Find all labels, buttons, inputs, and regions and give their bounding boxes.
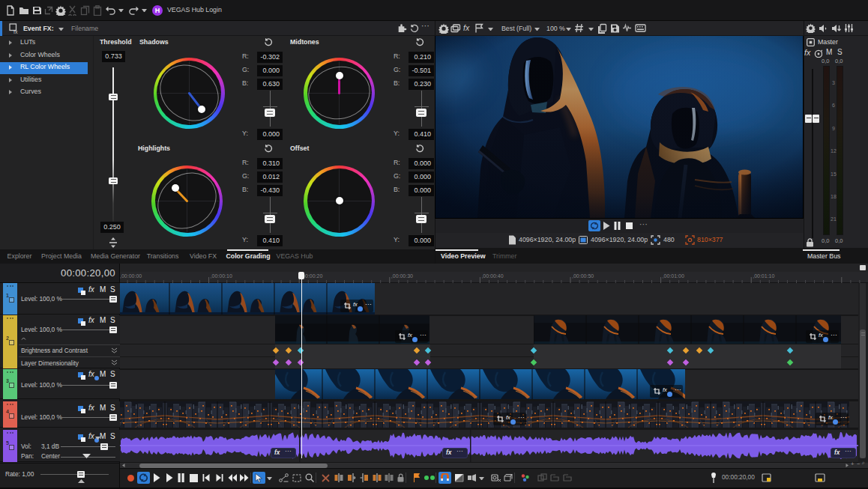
svg-text:fx: fx [13,29,18,34]
